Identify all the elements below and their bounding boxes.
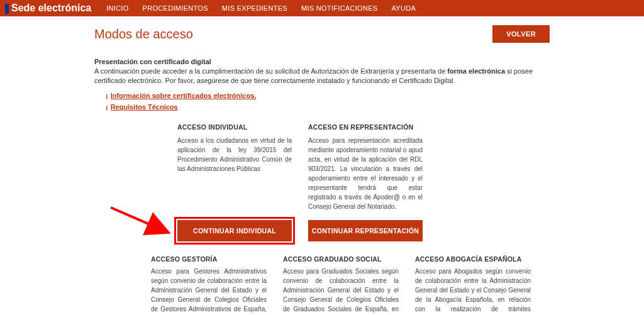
text-acceso-graduado-social: Acceso para Graduados Sociales según con… [283, 267, 399, 315]
intro-heading: Presentación con certificado digital [94, 58, 550, 65]
continuar-individual-button[interactable]: CONTINUAR INDIVIDUAL [177, 220, 292, 241]
intro-block: Presentación con certificado digital A c… [94, 58, 550, 86]
top-navbar: Sede electrónica INICIO PROCEDIMIENTOS M… [0, 0, 644, 16]
nav-ayuda[interactable]: AYUDA [392, 4, 416, 12]
link-certificados[interactable]: Información sobre certificados electróni… [111, 92, 257, 99]
heading-acceso-abogacia: ACCESO ABOGACÍA ESPAÑOLA [415, 255, 531, 263]
main-nav: INICIO PROCEDIMIENTOS MIS EXPEDIENTES MI… [106, 4, 416, 12]
info-icon: ¡ [106, 103, 108, 111]
heading-acceso-gestoria: ACCESO GESTORÍA [151, 255, 267, 263]
heading-acceso-representacion: ACCESO EN REPRESENTACIÓN [308, 123, 423, 131]
link-requisitos[interactable]: Requisitos Técnicos [111, 103, 178, 111]
col-acceso-abogacia: ACCESO ABOGACÍA ESPAÑOLA Acceso para Abo… [415, 255, 531, 315]
col-acceso-representacion: ACCESO EN REPRESENTACIÓN Acceso para rep… [308, 123, 423, 211]
access-modes-top-row: ACCESO INDIVIDUAL Acceso a los ciudadano… [177, 123, 550, 211]
text-acceso-gestoria: Acceso para Gestores Administrativos seg… [151, 267, 267, 315]
text-acceso-representacion: Acceso para representación acreditada me… [308, 136, 423, 211]
continuar-representacion-button[interactable]: CONTINUAR REPRESENTACIÓN [308, 220, 423, 241]
intro-body-em: forma electrónica [447, 67, 505, 75]
heading-acceso-individual: ACCESO INDIVIDUAL [177, 123, 292, 131]
page-title: Modos de acceso [94, 27, 193, 41]
col-acceso-individual: ACCESO INDIVIDUAL Acceso a los ciudadano… [177, 123, 292, 211]
continue-buttons-row: CONTINUAR INDIVIDUAL CONTINUAR REPRESENT… [177, 220, 550, 241]
text-acceso-individual: Acceso a los ciudadanos en virtud de la … [177, 136, 292, 174]
nav-mis-notificaciones[interactable]: MIS NOTIFICACIONES [301, 4, 378, 12]
heading-acceso-graduado-social: ACCESO GRADUADO SOCIAL [283, 255, 399, 263]
intro-body: A continuación puede acceder a la cumpli… [94, 67, 550, 86]
text-acceso-abogacia: Acceso para Abogados según convenio de c… [415, 267, 531, 315]
brand-text: Sede electrónica [11, 3, 91, 13]
access-modes-bottom-row: ACCESO GESTORÍA Acceso para Gestores Adm… [151, 255, 550, 315]
nav-procedimientos[interactable]: PROCEDIMIENTOS [143, 4, 208, 12]
col-acceso-gestoria: ACCESO GESTORÍA Acceso para Gestores Adm… [151, 255, 267, 315]
arrow-annotation-icon [108, 205, 177, 243]
nav-mis-expedientes[interactable]: MIS EXPEDIENTES [222, 4, 287, 12]
help-link-list: ¡Información sobre certificados electrón… [106, 92, 550, 111]
intro-body-pre: A continuación puede acceder a la cumpli… [94, 67, 447, 75]
brand-accent-icon [5, 4, 9, 14]
svg-line-0 [111, 207, 169, 233]
col-acceso-graduado-social: ACCESO GRADUADO SOCIAL Acceso para Gradu… [283, 255, 399, 315]
info-icon: ¡ [106, 92, 108, 99]
site-brand: Sede electrónica [5, 3, 91, 14]
volver-button[interactable]: VOLVER [492, 25, 550, 43]
nav-inicio[interactable]: INICIO [106, 4, 128, 12]
